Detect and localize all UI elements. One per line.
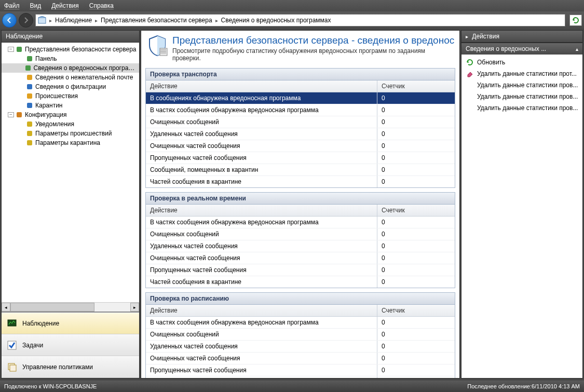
cell-action: В частях сообщения обнаружена вредоносна…: [146, 104, 377, 116]
col-count-header: Счетчик: [377, 80, 455, 92]
action-item[interactable]: Удалить данные статистики прот...: [461, 68, 582, 79]
menu-file[interactable]: Файл: [4, 2, 20, 9]
action-label: Удалить данные статистики пров...: [477, 93, 578, 100]
tree-label: Параметры карантина: [35, 139, 100, 146]
tree-node[interactable]: Панель: [2, 54, 139, 63]
action-item[interactable]: Удалить данные статистики пров...: [461, 102, 582, 114]
tree-node[interactable]: Уведомления: [2, 119, 139, 129]
table-row[interactable]: Частей сообщения в карантине0: [146, 176, 455, 187]
nav-policies[interactable]: Управление политиками: [2, 356, 139, 378]
chevron-icon: ▸: [215, 18, 218, 23]
table-row[interactable]: Сообщений, помещенных в карантин0: [146, 164, 455, 176]
table-row[interactable]: Очищенных частей сообщения0: [146, 252, 455, 264]
page-subtitle: Просмотрите подробную статистику обнаруж…: [172, 47, 454, 62]
table-row[interactable]: Очищенных частей сообщения0: [146, 353, 455, 364]
stack-icon: [6, 361, 18, 373]
crumb-leaf[interactable]: Сведения о вредоносных программах: [221, 17, 331, 24]
tree-label: Происшествия: [35, 92, 78, 100]
menu-actions[interactable]: Действия: [51, 2, 79, 9]
crumb-mid[interactable]: Представления безопасности сервера: [101, 17, 212, 24]
nav-bar: ▸ Наблюдение ▸ Представления безопасност…: [0, 11, 584, 29]
table-row[interactable]: Пропущенных частей сообщения0: [146, 264, 455, 276]
status-updated: Последнее обновление:6/11/2010 4:13 AM: [467, 383, 580, 389]
cell-count: 0: [377, 264, 455, 276]
tree-node[interactable]: −Представления безопасности сервера: [2, 45, 139, 54]
chevron-icon: ▸: [95, 18, 98, 23]
table-row[interactable]: Пропущенных частей сообщения0: [146, 364, 455, 376]
table-row[interactable]: Удаленных частей сообщения0: [146, 128, 455, 140]
table-row[interactable]: Пропущенных частей сообщения0: [146, 152, 455, 164]
breadcrumb[interactable]: ▸ Наблюдение ▸ Представления безопасност…: [35, 14, 565, 26]
table-row[interactable]: Частей сообщения в карантине0: [146, 276, 455, 288]
svg-rect-4: [27, 75, 32, 80]
scroll-right-arrow[interactable]: ▸: [130, 303, 139, 312]
cell-action: Очищенных частей сообщения: [146, 140, 377, 152]
table-row[interactable]: В частях сообщения обнаружена вредоносна…: [146, 104, 455, 116]
table-row[interactable]: Очищенных частей сообщения0: [146, 140, 455, 152]
nav-section: НаблюдениеЗадачиУправление политиками: [2, 312, 139, 378]
cell-action: В частях сообщения обнаружена вредоносна…: [146, 217, 377, 228]
table-row[interactable]: В частях сообщения обнаружена вредоносна…: [146, 317, 455, 329]
menu-bar: Файл Вид Действия Справка: [0, 0, 584, 11]
tree-node[interactable]: −Конфигурация: [2, 110, 139, 119]
table-row[interactable]: Удаленных частей сообщения0: [146, 240, 455, 252]
table-row[interactable]: В сообщениях обнаружена вредоносная прог…: [146, 92, 455, 104]
tree-node[interactable]: Сведения о вредоносных программах: [2, 63, 139, 73]
table-row[interactable]: Удаленных частей сообщения0: [146, 341, 455, 353]
actions-header: ▸ Действия: [461, 31, 582, 43]
nav-back-button[interactable]: [2, 13, 17, 28]
svg-rect-16: [160, 48, 167, 56]
tree-node[interactable]: Сведения о фильтрации: [2, 82, 139, 91]
scroll-thumb[interactable]: [10, 303, 94, 312]
tree-label: Карантин: [35, 102, 62, 109]
cell-action: В сообщениях обнаружена вредоносная прог…: [146, 92, 377, 104]
nav-label: Наблюдение: [22, 320, 59, 327]
action-item[interactable]: Обновить: [461, 57, 582, 68]
cell-action: Очищенных частей сообщения: [146, 252, 377, 264]
cell-count: 0: [377, 329, 455, 340]
tree-node[interactable]: Сведения о нежелательной почте: [2, 73, 139, 82]
tree-node[interactable]: Происшествия: [2, 91, 139, 101]
tree-toggle[interactable]: −: [8, 47, 14, 52]
action-label: Удалить данные статистики пров...: [477, 104, 578, 112]
chevron-icon: ▸: [49, 18, 52, 23]
table-row[interactable]: Очищенных сообщений0: [146, 329, 455, 341]
cell-count: 0: [377, 128, 455, 140]
refresh-button[interactable]: [569, 15, 582, 26]
table-row[interactable]: Очищенных сообщений0: [146, 228, 455, 240]
cell-action: Удаленных частей сообщения: [146, 341, 377, 352]
svg-rect-1: [17, 47, 22, 52]
tree[interactable]: −Представления безопасности сервераПанел…: [2, 43, 139, 302]
cell-count: 0: [377, 228, 455, 240]
scroll-left-arrow[interactable]: ◂: [2, 303, 10, 312]
table-row[interactable]: Очищенных сообщений0: [146, 116, 455, 128]
tree-toggle[interactable]: −: [8, 112, 14, 117]
svg-rect-15: [10, 365, 16, 371]
menu-view[interactable]: Вид: [30, 2, 42, 9]
col-action-header: Действие: [146, 305, 377, 316]
cell-action: Частей сообщения в карантине: [146, 376, 377, 379]
tree-node[interactable]: Параметры карантина: [2, 138, 139, 147]
actions-subheader[interactable]: Сведения о вредоносных ... ▴: [461, 43, 582, 55]
horizontal-scrollbar[interactable]: ◂ ▸: [2, 302, 139, 312]
monitor-icon: [6, 317, 18, 330]
tree-label: Сведения о вредоносных программах: [34, 64, 137, 72]
cell-action: Частей сообщения в карантине: [146, 176, 377, 187]
section-title: Проверка транспорта: [146, 69, 455, 80]
nav-forward-button[interactable]: [19, 13, 33, 28]
cell-action: В частях сообщения обнаружена вредоносна…: [146, 317, 377, 328]
action-item[interactable]: Удалить данные статистики пров...: [461, 91, 582, 102]
table-row[interactable]: Частей сообщения в карантине0: [146, 376, 455, 379]
collapse-icon[interactable]: ▴: [576, 46, 578, 52]
table-row[interactable]: В частях сообщения обнаружена вредоносна…: [146, 217, 455, 228]
tree-node[interactable]: Параметры происшествий: [2, 129, 139, 138]
cell-action: Удаленных частей сообщения: [146, 240, 377, 252]
section-title: Проверка в реальном времени: [146, 193, 455, 205]
center-pane[interactable]: Представления безопасности сервера - све…: [141, 30, 460, 379]
menu-help[interactable]: Справка: [89, 2, 114, 9]
action-item[interactable]: Удалить данные статистики пров...: [461, 79, 582, 91]
tree-node[interactable]: Карантин: [2, 101, 139, 110]
nav-monitoring[interactable]: Наблюдение: [2, 313, 139, 334]
nav-tasks[interactable]: Задачи: [2, 334, 139, 356]
crumb-root[interactable]: Наблюдение: [55, 17, 92, 24]
